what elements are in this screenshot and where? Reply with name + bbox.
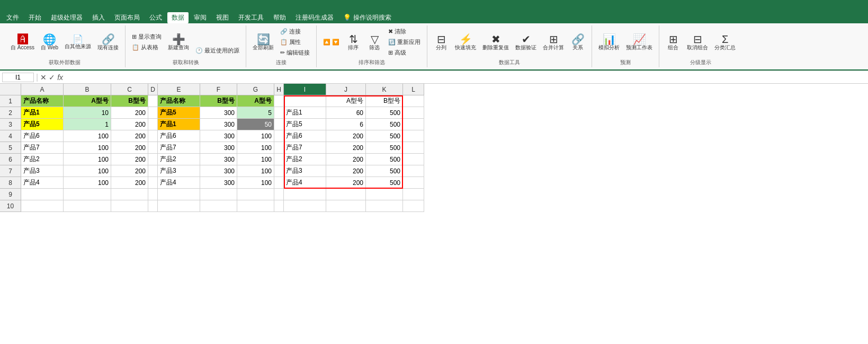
cell-F9[interactable] <box>200 189 237 200</box>
cell-E8[interactable]: 产品4 <box>158 177 200 189</box>
cell-D10[interactable] <box>148 200 158 212</box>
table-row[interactable]: 6产品2100200产品2300100产品2200500 <box>0 154 868 165</box>
cell-H5[interactable] <box>274 142 284 154</box>
cell-A8[interactable]: 产品4 <box>21 177 64 189</box>
cell-D2[interactable] <box>148 107 158 119</box>
row-header-1[interactable]: 1 <box>0 95 21 107</box>
cell-B9[interactable] <box>64 189 111 200</box>
cell-J6[interactable]: 200 <box>326 154 366 165</box>
col-header-B[interactable]: B <box>64 84 111 95</box>
cell-G7[interactable]: 100 <box>237 165 274 177</box>
cell-B8[interactable]: 100 <box>64 177 111 189</box>
cell-K10[interactable] <box>366 200 403 212</box>
btn-access[interactable]: 🅰 自 Access <box>8 33 37 52</box>
menu-file[interactable]: 文件 <box>2 12 23 23</box>
menu-home[interactable]: 开始 <box>24 12 46 23</box>
cell-K5[interactable]: 500 <box>366 142 403 154</box>
cell-J9[interactable] <box>326 189 366 200</box>
btn-other-sources[interactable]: 📄 自其他来源 <box>62 34 93 51</box>
cell-B1[interactable]: A型号 <box>64 95 111 107</box>
cell-D9[interactable] <box>148 189 158 200</box>
cell-J1[interactable]: A型号 <box>326 95 366 107</box>
cell-J10[interactable] <box>326 200 366 212</box>
row-header-2[interactable]: 2 <box>0 107 21 119</box>
cell-B7[interactable]: 100 <box>64 165 111 177</box>
cell-G10[interactable] <box>237 200 274 212</box>
cell-H10[interactable] <box>274 200 284 212</box>
cell-I9[interactable] <box>284 189 326 200</box>
cell-B6[interactable]: 100 <box>64 154 111 165</box>
cell-G4[interactable]: 100 <box>237 130 274 142</box>
cell-K1[interactable]: B型号 <box>366 95 403 107</box>
cell-L6[interactable] <box>403 154 424 165</box>
cell-I7[interactable]: 产品3 <box>284 165 326 177</box>
table-row[interactable]: 8产品4100200产品4300100产品4200500 <box>0 177 868 189</box>
cell-L10[interactable] <box>403 200 424 212</box>
cell-F5[interactable]: 300 <box>200 142 237 154</box>
cell-D6[interactable] <box>148 154 158 165</box>
menu-formula[interactable]: 公式 <box>145 12 166 23</box>
cell-H6[interactable] <box>274 154 284 165</box>
cell-F3[interactable]: 300 <box>200 119 237 130</box>
btn-forecast-sheet[interactable]: 📈 预测工作表 <box>624 33 655 52</box>
btn-recent-source[interactable]: 🕐 最近使用的源 <box>193 46 241 56</box>
btn-connections[interactable]: 🔗 连接 <box>278 27 312 37</box>
cell-ref-input[interactable] <box>2 73 34 82</box>
cell-B4[interactable]: 100 <box>64 130 111 142</box>
cell-A10[interactable] <box>21 200 64 212</box>
cell-I5[interactable]: 产品7 <box>284 142 326 154</box>
row-header-9[interactable]: 9 <box>0 189 21 200</box>
cell-L2[interactable] <box>403 107 424 119</box>
cell-F1[interactable]: B型号 <box>200 95 237 107</box>
cell-H4[interactable] <box>274 130 284 142</box>
cell-H8[interactable] <box>274 177 284 189</box>
col-header-C[interactable]: C <box>111 84 148 95</box>
row-header-4[interactable]: 4 <box>0 130 21 142</box>
col-header-E[interactable]: E <box>158 84 200 95</box>
cell-E2[interactable]: 产品5 <box>158 107 200 119</box>
cell-C1[interactable]: B型号 <box>111 95 148 107</box>
cell-E7[interactable]: 产品3 <box>158 165 200 177</box>
cell-J4[interactable]: 200 <box>326 130 366 142</box>
cell-D7[interactable] <box>148 165 158 177</box>
table-row[interactable]: 3产品51200产品130050产品56500 <box>0 119 868 130</box>
col-header-L[interactable]: L <box>403 84 424 95</box>
col-header-G[interactable]: G <box>237 84 274 95</box>
col-header-A[interactable]: A <box>21 84 64 95</box>
cell-G9[interactable] <box>237 189 274 200</box>
cell-I3[interactable]: 产品5 <box>284 119 326 130</box>
btn-remove-dup[interactable]: ✖ 删除重复值 <box>480 33 511 52</box>
menu-dev[interactable]: 开发工具 <box>234 12 268 23</box>
row-header-8[interactable]: 8 <box>0 177 21 189</box>
col-header-D[interactable]: D <box>148 84 158 95</box>
cell-A2[interactable]: 产品1 <box>21 107 64 119</box>
cell-F7[interactable]: 300 <box>200 165 237 177</box>
cell-C4[interactable]: 200 <box>111 130 148 142</box>
cell-H9[interactable] <box>274 189 284 200</box>
cell-J8[interactable]: 200 <box>326 177 366 189</box>
menu-data[interactable]: 数据 <box>167 12 189 23</box>
cell-J3[interactable]: 6 <box>326 119 366 130</box>
col-header-F[interactable]: F <box>200 84 237 95</box>
cell-G2[interactable]: 5 <box>237 107 274 119</box>
menu-super[interactable]: 超级处理器 <box>47 12 87 23</box>
cell-F4[interactable]: 300 <box>200 130 237 142</box>
cell-L1[interactable] <box>403 95 424 107</box>
cell-L3[interactable] <box>403 119 424 130</box>
cell-B2[interactable]: 10 <box>64 107 111 119</box>
btn-flash-fill[interactable]: ⚡ 快速填充 <box>453 33 478 52</box>
btn-clear[interactable]: ✖ 清除 <box>386 27 423 37</box>
cell-J2[interactable]: 60 <box>326 107 366 119</box>
btn-show-query[interactable]: ⊞ 显示查询 <box>130 32 164 42</box>
cell-F6[interactable]: 300 <box>200 154 237 165</box>
btn-split-col[interactable]: ⊟ 分列 <box>432 33 451 52</box>
cell-J7[interactable]: 200 <box>326 165 366 177</box>
cell-C7[interactable]: 200 <box>111 165 148 177</box>
btn-advanced[interactable]: ⊞ 高级 <box>386 48 423 58</box>
cell-D1[interactable] <box>148 95 158 107</box>
cell-G8[interactable]: 100 <box>237 177 274 189</box>
cell-C10[interactable] <box>111 200 148 212</box>
cell-K4[interactable]: 500 <box>366 130 403 142</box>
cell-E6[interactable]: 产品2 <box>158 154 200 165</box>
cell-C3[interactable]: 200 <box>111 119 148 130</box>
